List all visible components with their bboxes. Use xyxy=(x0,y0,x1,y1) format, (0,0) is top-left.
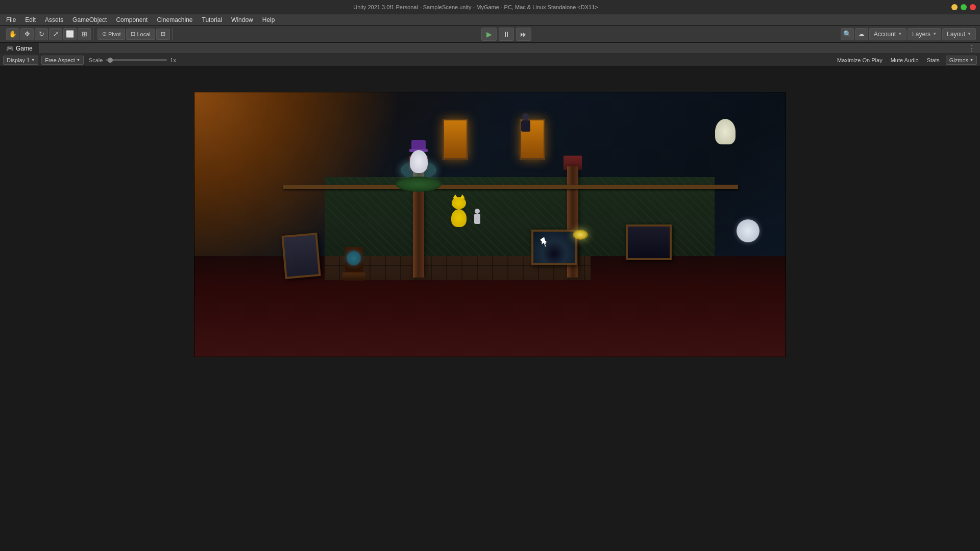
account-dropdown[interactable]: Account ▼ xyxy=(869,28,906,40)
pivot-icon: ⊙ xyxy=(102,31,107,37)
cat-character xyxy=(449,193,469,218)
clock-base xyxy=(342,272,365,281)
clock-body xyxy=(345,247,363,272)
account-arrow-icon: ▼ xyxy=(898,32,902,36)
menu-tutorial[interactable]: Tutorial xyxy=(198,15,227,24)
display-dropdown[interactable]: Display 1 ▼ xyxy=(3,56,38,65)
minimize-btn[interactable] xyxy=(951,4,958,10)
ghost-br-body xyxy=(737,219,760,242)
gizmos-arrow-icon: ▼ xyxy=(970,58,973,62)
move-tool-btn[interactable]: ✥ xyxy=(20,28,34,40)
title-bar-text: Unity 2021.3.0f1 Personal - SampleScene.… xyxy=(4,4,947,10)
ledge xyxy=(283,185,739,189)
rect-tool-btn[interactable]: ⬜ xyxy=(63,28,77,40)
local-label: Local xyxy=(137,31,150,37)
display-label: Display 1 xyxy=(7,57,30,63)
lamp-body xyxy=(573,230,588,240)
aspect-arrow-icon: ▼ xyxy=(77,58,80,62)
villain-head xyxy=(522,113,529,120)
game-tab[interactable]: 🎮 Game xyxy=(0,43,39,54)
layout-dropdown[interactable]: Layout ▼ xyxy=(942,28,976,40)
gizmos-label: Gizmos xyxy=(949,57,968,63)
mute-audio-btn[interactable]: Mute Audio xyxy=(889,56,921,64)
cat-ear-right xyxy=(460,194,465,198)
scale-thumb xyxy=(108,58,113,63)
ghost-hat xyxy=(411,140,426,150)
toolbar: ✋ ✥ ↻ ⤢ ⬜ ⊞ ⊙ Pivot ⊡ Local ⊞ ▶ ⏸ ⏭ 🔍 ☁ … xyxy=(0,26,980,43)
ghost-tr-body xyxy=(715,119,736,144)
menu-edit[interactable]: Edit xyxy=(21,15,40,24)
play-btn[interactable]: ▶ xyxy=(481,28,497,41)
game-tab-icon: 🎮 xyxy=(6,45,14,52)
layers-arrow-icon: ▼ xyxy=(933,32,937,36)
game-scene xyxy=(194,92,786,357)
menu-assets[interactable]: Assets xyxy=(41,15,67,24)
maximize-on-play-btn[interactable]: Maximize On Play xyxy=(835,56,885,64)
step-btn[interactable]: ⏭ xyxy=(516,28,531,41)
maximize-btn[interactable] xyxy=(961,4,967,10)
game-right-controls: Maximize On Play Mute Audio Stats Gizmos… xyxy=(835,56,977,65)
small-figure xyxy=(472,209,482,227)
game-viewport[interactable] xyxy=(194,92,786,357)
cat-body xyxy=(451,209,467,227)
cat-head xyxy=(452,197,466,209)
hand-tool-btn[interactable]: ✋ xyxy=(6,28,19,40)
menu-cinemachine[interactable]: Cinemachine xyxy=(153,15,197,24)
local-icon: ⊡ xyxy=(131,31,135,37)
villain-character xyxy=(520,113,532,131)
small-body xyxy=(474,214,480,224)
local-btn[interactable]: ⊡ Local xyxy=(126,29,155,40)
layout-label: Layout xyxy=(947,31,965,38)
scale-value: 1x xyxy=(170,57,176,63)
painting-center xyxy=(531,230,577,265)
cat-ears xyxy=(453,194,465,198)
menu-bar: File Edit Assets GameObject Component Ci… xyxy=(0,14,980,26)
menu-gameobject[interactable]: GameObject xyxy=(68,15,111,24)
cauldron-base xyxy=(396,177,442,192)
lamp xyxy=(573,230,593,245)
main-content xyxy=(0,66,980,551)
ghost-character xyxy=(407,140,430,173)
grid-btn[interactable]: ⊞ xyxy=(156,29,170,40)
ghost-topright xyxy=(713,119,738,149)
clock xyxy=(342,247,365,283)
pivot-label: Pivot xyxy=(108,31,120,37)
menu-help[interactable]: Help xyxy=(258,15,279,24)
small-head xyxy=(475,209,480,214)
cat-ear-left xyxy=(453,194,458,198)
right-toolbar: 🔍 ☁ Account ▼ Layers ▼ Layout ▼ xyxy=(841,28,976,40)
scale-tool-btn[interactable]: ⤢ xyxy=(49,28,62,40)
scale-slider[interactable] xyxy=(106,59,167,61)
gizmos-dropdown[interactable]: Gizmos ▼ xyxy=(946,56,977,65)
tab-options[interactable]: ⋮ xyxy=(964,43,980,54)
bg-window-left xyxy=(443,119,468,160)
layers-label: Layers xyxy=(912,31,930,38)
painting-left xyxy=(281,233,321,279)
pivot-local-group: ⊙ Pivot ⊡ Local ⊞ xyxy=(95,28,173,40)
tools-group: ✋ ✥ ↻ ⤢ ⬜ ⊞ xyxy=(4,28,93,40)
title-bar: Unity 2021.3.0f1 Personal - SampleScene.… xyxy=(0,0,980,14)
ghost-body xyxy=(410,150,428,173)
stats-btn[interactable]: Stats xyxy=(925,56,942,64)
ghost-bottomright xyxy=(734,219,762,247)
menu-file[interactable]: File xyxy=(2,15,20,24)
close-btn[interactable] xyxy=(970,4,976,10)
menu-component[interactable]: Component xyxy=(112,15,152,24)
rotate-tool-btn[interactable]: ↻ xyxy=(35,28,48,40)
layers-dropdown[interactable]: Layers ▼ xyxy=(908,28,941,40)
account-label: Account xyxy=(874,31,896,38)
menu-window[interactable]: Window xyxy=(227,15,257,24)
pivot-btn[interactable]: ⊙ Pivot xyxy=(97,29,125,40)
game-toolbar: Display 1 ▼ Free Aspect ▼ Scale 1x Maxim… xyxy=(0,54,980,66)
search-btn[interactable]: 🔍 xyxy=(841,28,854,40)
villain-body xyxy=(521,120,530,132)
cloud-btn[interactable]: ☁ xyxy=(855,28,868,40)
tab-bar: 🎮 Game ⋮ xyxy=(0,43,980,54)
aspect-label: Free Aspect xyxy=(45,57,75,63)
transform-tool-btn[interactable]: ⊞ xyxy=(78,28,91,40)
pause-btn[interactable]: ⏸ xyxy=(499,28,514,41)
display-arrow-icon: ▼ xyxy=(31,58,35,62)
clock-face xyxy=(347,251,361,265)
painting-right xyxy=(626,224,672,260)
aspect-dropdown[interactable]: Free Aspect ▼ xyxy=(41,56,84,65)
